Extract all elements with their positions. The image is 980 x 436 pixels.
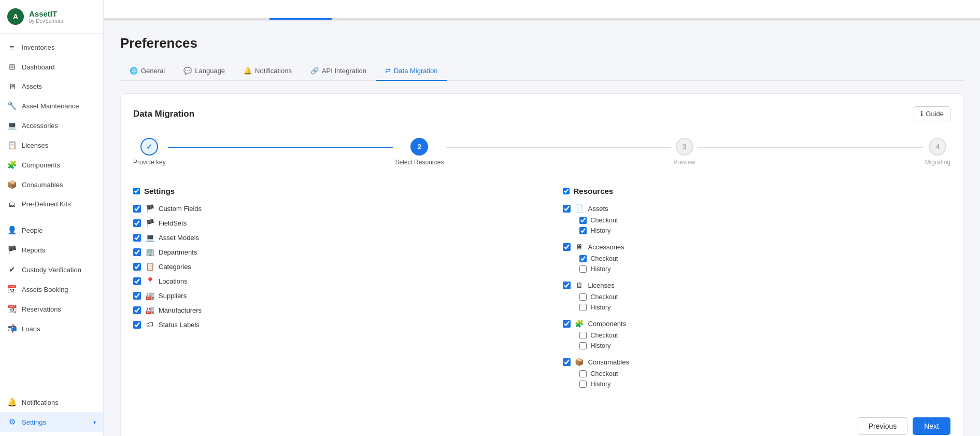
step-line-2-3 — [446, 147, 671, 148]
categories-label: Categories — [159, 263, 191, 271]
sidebar-item-custody-verification[interactable]: ✔ Custody Verification — [0, 260, 103, 279]
sidebar-label-kits: Pre-Defined Kits — [22, 200, 71, 208]
sidebar-item-notifications[interactable]: 🔔 Notifications — [0, 392, 103, 412]
checkbox-locations[interactable] — [133, 277, 141, 285]
locations-icon: 📍 — [145, 277, 154, 285]
next-button[interactable]: Next — [913, 417, 950, 435]
reservations-icon: 📆 — [7, 304, 17, 314]
checkbox-assets-checkout[interactable] — [579, 217, 587, 224]
checkbox-licenses-checkout[interactable] — [579, 293, 587, 301]
sidebar-item-accessories[interactable]: 💻 Accessories — [0, 116, 103, 135]
step-3-label: Preview — [673, 159, 695, 166]
sidebar-item-licenses[interactable]: 📋 Licenses — [0, 135, 103, 155]
tab-label-general: General — [141, 67, 165, 75]
sidebar-item-pre-defined-kits[interactable]: 🗂 Pre-Defined Kits — [0, 194, 103, 214]
checkbox-suppliers[interactable] — [133, 292, 141, 300]
dashboard-icon: ⊞ — [7, 62, 17, 72]
page-title: Preferences — [120, 35, 963, 51]
guide-button[interactable]: ℹ Guide — [914, 106, 950, 121]
sidebar-item-asset-maintenance[interactable]: 🔧 Asset Maintenance — [0, 96, 103, 116]
sidebar-item-reports[interactable]: 🏴 Reports — [0, 240, 103, 260]
departments-label: Departments — [159, 248, 197, 256]
tab-notifications[interactable]: 🔔 Notifications — [234, 62, 301, 81]
checkbox-categories[interactable] — [133, 263, 141, 271]
resource-group-licenses: 🖥 Licenses Checkout History — [563, 278, 951, 313]
settings-item-locations: 📍 Locations — [133, 274, 521, 288]
checkbox-components-checkout[interactable] — [579, 332, 587, 339]
tab-api-integration[interactable]: 🔗 API Integration — [301, 62, 376, 81]
sidebar-label-components: Components — [22, 161, 60, 169]
step-3-circle: 3 — [676, 138, 693, 156]
resource-item-licenses: 🖥 Licenses — [563, 278, 951, 292]
checkbox-asset-models[interactable] — [133, 234, 141, 242]
step-line-1-2 — [168, 147, 393, 148]
sidebar-item-loans[interactable]: 📬 Loans — [0, 319, 103, 339]
resources-area: Settings 🏴 Custom Fields 🏴 FieldSets — [133, 187, 950, 392]
checkbox-components-res[interactable] — [563, 320, 571, 328]
sidebar-item-reservations[interactable]: 📆 Reservations — [0, 299, 103, 319]
checkbox-assets-res[interactable] — [563, 205, 571, 213]
manufacturers-icon: 🏭 — [145, 306, 154, 314]
licenses-res-icon: 🖥 — [575, 281, 584, 289]
step-1-circle: ✓ — [140, 138, 158, 156]
tab-language[interactable]: 💬 Language — [174, 62, 234, 81]
step-line-3-4 — [698, 147, 923, 148]
previous-button[interactable]: Previous — [858, 417, 907, 435]
licenses-checkout-label: Checkout — [591, 293, 618, 301]
components-checkout-label: Checkout — [591, 332, 618, 339]
settings-master-checkbox[interactable] — [133, 188, 140, 194]
accessories-checkout-label: Checkout — [591, 255, 618, 262]
sidebar-item-inventories[interactable]: ≡ Inventories — [0, 38, 103, 57]
resource-group-accessories: 🖥 Accessories Checkout History — [563, 240, 951, 274]
checkbox-accessories-checkout[interactable] — [579, 255, 587, 262]
content-area: Preferences 🌐 General 💬 Language 🔔 Notif… — [104, 21, 980, 436]
language-tab-icon: 💬 — [183, 67, 192, 75]
checkbox-fieldsets[interactable] — [133, 219, 141, 227]
checkbox-status-labels[interactable] — [133, 321, 141, 329]
resource-sub-assets-checkout: Checkout — [563, 215, 951, 226]
sidebar-item-components[interactable]: 🧩 Components — [0, 155, 103, 175]
locations-label: Locations — [159, 277, 188, 285]
main-content: Preferences 🌐 General 💬 Language 🔔 Notif… — [104, 0, 980, 436]
checkbox-departments[interactable] — [133, 248, 141, 256]
sidebar-item-assets[interactable]: 🖥 Assets — [0, 77, 103, 96]
sidebar-item-people[interactable]: 👤 People — [0, 220, 103, 240]
sidebar-label-notifications: Notifications — [22, 399, 59, 406]
sidebar-item-assets-booking[interactable]: 📅 Assets Booking — [0, 279, 103, 299]
resource-group-assets: 📄 Assets Checkout History — [563, 202, 951, 236]
logo-icon: A — [7, 8, 24, 25]
resource-sub-accessories-checkout: Checkout — [563, 254, 951, 264]
checkbox-licenses-history[interactable] — [579, 304, 587, 311]
assets-res-icon: 📄 — [575, 204, 584, 213]
sidebar-item-consumables[interactable]: 📦 Consumables — [0, 175, 103, 194]
checkbox-consumables-res[interactable] — [563, 358, 571, 366]
sidebar-item-settings[interactable]: ⚙ Settings ▾ — [0, 412, 103, 432]
checkbox-assets-history[interactable] — [579, 227, 587, 234]
assets-icon: 🖥 — [7, 82, 17, 91]
settings-item-status-labels: 🏷 Status Labels — [133, 318, 521, 331]
checkbox-accessories-res[interactable] — [563, 243, 571, 251]
checkbox-custom-fields[interactable] — [133, 205, 141, 213]
checkbox-components-history[interactable] — [579, 342, 587, 349]
tab-general[interactable]: 🌐 General — [120, 62, 174, 81]
checkbox-manufacturers[interactable] — [133, 306, 141, 314]
fieldsets-label: FieldSets — [159, 219, 187, 227]
checkbox-licenses-res[interactable] — [563, 282, 571, 289]
resources-groups: 📄 Assets Checkout History — [563, 202, 951, 392]
checkbox-consumables-checkout[interactable] — [579, 370, 587, 377]
components-icon: 🧩 — [7, 160, 17, 170]
sidebar-item-dashboard[interactable]: ⊞ Dashboard — [0, 57, 103, 77]
resources-header: Resources — [563, 187, 951, 195]
checkbox-consumables-history[interactable] — [579, 381, 587, 388]
settings-icon: ⚙ — [7, 417, 17, 427]
app-logo: A AssetIT by DevSamurai — [0, 0, 103, 34]
tab-label-language: Language — [195, 67, 225, 75]
checkbox-accessories-history[interactable] — [579, 265, 587, 273]
notifications-icon: 🔔 — [7, 398, 17, 407]
step-1-label: Provide key — [133, 159, 166, 166]
sidebar-divider-1 — [0, 217, 103, 217]
settings-item-asset-models: 💻 Asset Models — [133, 231, 521, 244]
tab-label-notifications: Notifications — [255, 67, 292, 75]
tab-data-migration[interactable]: ⇄ Data Migration — [376, 62, 447, 81]
resources-master-checkbox[interactable] — [563, 188, 570, 194]
